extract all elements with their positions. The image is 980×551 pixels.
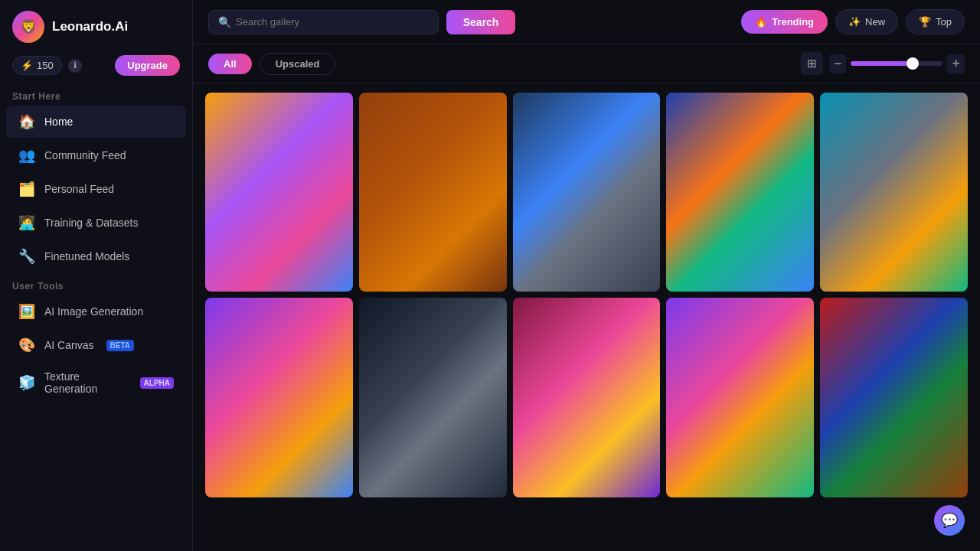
token-count: ⚡ 150 bbox=[12, 56, 62, 75]
upgrade-button[interactable]: Upgrade bbox=[115, 55, 180, 76]
remix-button[interactable]: # bbox=[915, 304, 936, 325]
options-button[interactable]: ⋯ bbox=[940, 304, 962, 325]
finetuned-icon: 🔧 bbox=[18, 248, 35, 265]
sidebar-item-finetuned[interactable]: 🔧 Finetuned Models bbox=[6, 240, 186, 272]
training-icon: 🧑‍💻 bbox=[18, 214, 35, 231]
options-button[interactable]: ⋯ bbox=[300, 99, 322, 120]
zoom-plus-button[interactable]: + bbox=[947, 54, 965, 73]
community-icon: 👥 bbox=[18, 147, 35, 164]
gallery-item[interactable]: # ⋯ bbox=[820, 298, 968, 497]
zoom-minus-button[interactable]: − bbox=[829, 54, 847, 73]
chat-icon: 💬 bbox=[941, 512, 958, 529]
personal-icon: 🗂️ bbox=[18, 181, 35, 197]
gallery-item[interactable]: # ⋯ ⤢ bbox=[205, 93, 353, 292]
remix-button[interactable]: # bbox=[429, 99, 450, 120]
sidebar-label-texture: Texture Generation bbox=[44, 370, 128, 395]
options-button[interactable]: ⋯ bbox=[607, 99, 629, 120]
sidebar-header: 🦁 Leonardo.Ai bbox=[0, 0, 192, 51]
expand-button[interactable]: ⤢ bbox=[479, 304, 501, 325]
sidebar-label-personal: Personal Feed bbox=[44, 183, 114, 195]
sidebar-item-texture[interactable]: 🧊 Texture Generation ALPHA bbox=[6, 363, 186, 403]
remix-button[interactable]: # bbox=[736, 99, 757, 120]
zoom-controls: − + bbox=[829, 54, 965, 73]
trending-icon: 🔥 bbox=[755, 16, 767, 28]
filter-upscaled-button[interactable]: Upscaled bbox=[260, 53, 336, 75]
new-icon: ✨ bbox=[848, 16, 861, 28]
sidebar: 🦁 Leonardo.Ai ⚡ 150 ℹ Upgrade Start Here… bbox=[0, 0, 193, 551]
remix-button[interactable]: # bbox=[582, 99, 603, 120]
remix-button[interactable]: # bbox=[736, 304, 757, 325]
sidebar-label-community: Community Feed bbox=[44, 149, 126, 161]
expand-button[interactable]: ⤢ bbox=[325, 304, 347, 325]
sidebar-item-ai-image[interactable]: 🖼️ AI Image Generation bbox=[6, 295, 186, 328]
chat-bubble[interactable]: 💬 bbox=[934, 505, 965, 536]
sidebar-label-finetuned: Finetuned Models bbox=[44, 250, 129, 262]
expand-button[interactable]: ⤢ bbox=[632, 99, 654, 120]
filter-all-button[interactable]: All bbox=[208, 54, 252, 74]
search-icon: 🔍 bbox=[218, 16, 231, 28]
options-button[interactable]: ⋯ bbox=[454, 304, 475, 325]
zoom-slider[interactable] bbox=[851, 61, 942, 66]
sidebar-label-training: Training & Datasets bbox=[44, 217, 138, 229]
expand-button[interactable]: ⤢ bbox=[479, 99, 501, 120]
search-input[interactable] bbox=[236, 16, 429, 28]
options-button[interactable]: ⋯ bbox=[300, 304, 322, 325]
new-button[interactable]: ✨ New bbox=[835, 9, 898, 34]
search-button[interactable]: Search bbox=[446, 10, 516, 34]
sidebar-item-personal-feed[interactable]: 🗂️ Personal Feed bbox=[6, 173, 186, 205]
remix-button[interactable]: # bbox=[275, 304, 296, 325]
expand-button[interactable]: ⤢ bbox=[786, 304, 808, 325]
options-button[interactable]: ⋯ bbox=[761, 99, 782, 120]
token-icon: ⚡ bbox=[21, 60, 33, 71]
remix-button[interactable]: # bbox=[275, 99, 296, 120]
beta-badge: BETA bbox=[106, 340, 134, 351]
options-button[interactable]: ⋯ bbox=[915, 99, 936, 120]
gallery-item[interactable]: # ⋯ ⤢ bbox=[820, 93, 968, 292]
gallery-item[interactable]: # ⋯ ⤢ bbox=[359, 93, 507, 292]
search-box: 🔍 bbox=[208, 10, 439, 34]
sidebar-label-ai-image: AI Image Generation bbox=[44, 305, 143, 318]
options-button[interactable]: ⋯ bbox=[607, 304, 629, 325]
main-content: 🔍 Search 🔥 Trending ✨ New 🏆 Top All Upsc… bbox=[193, 0, 980, 551]
trending-label: Trending bbox=[772, 16, 814, 28]
top-label: Top bbox=[936, 16, 952, 28]
expand-button[interactable]: ⤢ bbox=[940, 99, 962, 120]
remix-button[interactable]: # bbox=[890, 99, 911, 120]
texture-icon: 🧊 bbox=[18, 374, 35, 391]
alpha-badge: ALPHA bbox=[140, 377, 174, 389]
sidebar-item-community-feed[interactable]: 👥 Community Feed bbox=[6, 139, 186, 171]
sidebar-label-ai-canvas: AI Canvas bbox=[44, 339, 94, 351]
remix-button[interactable]: # bbox=[582, 304, 603, 325]
section-label-tools: User Tools bbox=[0, 273, 192, 295]
new-label: New bbox=[865, 16, 885, 28]
sidebar-item-ai-canvas[interactable]: 🎨 AI Canvas BETA bbox=[6, 329, 186, 361]
sidebar-item-home[interactable]: 🏠 Home bbox=[6, 106, 186, 138]
gallery-item[interactable]: # ⋯ ⤢ bbox=[513, 298, 661, 497]
ai-image-icon: 🖼️ bbox=[18, 303, 35, 320]
filter-row: All Upscaled ⊞ − + bbox=[193, 44, 980, 83]
gallery-item[interactable]: # ⋯ ⤢ bbox=[513, 93, 661, 292]
sidebar-item-training[interactable]: 🧑‍💻 Training & Datasets bbox=[6, 207, 186, 239]
options-button[interactable]: ⋯ bbox=[454, 99, 475, 120]
ai-canvas-icon: 🎨 bbox=[18, 337, 35, 354]
top-button[interactable]: 🏆 Top bbox=[906, 9, 965, 34]
gallery-item[interactable]: # ⋯ ⤢ bbox=[666, 93, 814, 292]
info-icon[interactable]: ℹ bbox=[68, 59, 82, 73]
logo-text: Leonardo.Ai bbox=[52, 19, 128, 34]
section-label-start: Start Here bbox=[0, 83, 192, 105]
expand-button[interactable]: ⤢ bbox=[786, 99, 808, 120]
expand-button[interactable]: ⤢ bbox=[325, 99, 347, 120]
gallery-item[interactable]: ⋯ ⤢ bbox=[359, 298, 507, 497]
top-icon: 🏆 bbox=[919, 16, 931, 28]
user-avatar: 🦁 bbox=[12, 11, 44, 43]
expand-button[interactable]: ⤢ bbox=[632, 304, 654, 325]
grid-view-button[interactable]: ⊞ bbox=[801, 52, 823, 75]
topbar: 🔍 Search 🔥 Trending ✨ New 🏆 Top bbox=[193, 0, 980, 44]
gallery-item[interactable]: # ⋯ ⤢ bbox=[205, 298, 353, 497]
trending-button[interactable]: 🔥 Trending bbox=[741, 10, 828, 34]
sidebar-label-home: Home bbox=[44, 116, 73, 128]
token-row: ⚡ 150 ℹ Upgrade bbox=[0, 51, 192, 83]
grid-controls: ⊞ − + bbox=[801, 52, 965, 75]
options-button[interactable]: ⋯ bbox=[761, 304, 782, 325]
gallery-item[interactable]: # ⋯ ⤢ bbox=[666, 298, 814, 497]
